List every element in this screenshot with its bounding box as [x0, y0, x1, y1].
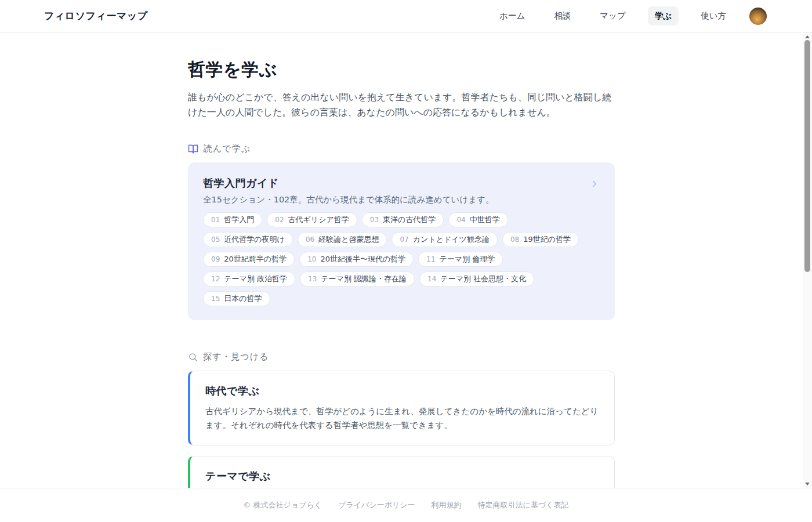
chip-number: 14 — [427, 275, 436, 283]
chip-label: 哲学入門 — [224, 215, 254, 225]
nav-item[interactable]: 相談 — [547, 6, 578, 26]
arrow-up-icon — [805, 35, 810, 38]
guide-chapter-chip[interactable]: 01 哲学入門 — [203, 212, 262, 227]
guide-subtitle: 全15セクション・102章。古代から現代まで体系的に読み進めていけます。 — [203, 194, 600, 205]
guide-card[interactable]: 哲学入門ガイド 全15セクション・102章。古代から現代まで体系的に読み進めてい… — [188, 162, 615, 320]
footer-link[interactable]: プライバシーポリシー — [338, 500, 415, 510]
section-explore: 探す・見つける — [188, 351, 615, 362]
chip-label: テーマ別 政治哲学 — [224, 274, 287, 284]
chip-number: 11 — [426, 255, 435, 263]
page-title: 哲学を学ぶ — [188, 58, 615, 82]
main-scroll-area: 哲学を学ぶ 誰もが心のどこかで、答えの出ない問いを抱えて生きています。哲学者たち… — [0, 32, 812, 488]
explore-card[interactable]: 時代で学ぶ 古代ギリシアから現代まで、哲学がどのように生まれ、発展してきたのかを… — [188, 371, 615, 445]
nav-item[interactable]: マップ — [593, 6, 633, 26]
footer: © 株式会社ジョブらく プライバシーポリシー利用規約特定商取引法に基づく表記 — [0, 488, 812, 522]
footer-link[interactable]: 利用規約 — [432, 500, 462, 510]
guide-chapter-chip[interactable]: 05 近代哲学の夜明け — [203, 232, 293, 247]
chevron-right-icon — [589, 179, 600, 191]
nav-item[interactable]: ホーム — [492, 6, 532, 26]
chip-label: テーマ別 倫理学 — [440, 254, 495, 264]
chip-label: 19世紀の哲学 — [523, 234, 571, 245]
chip-label: 東洋の古代哲学 — [383, 215, 436, 225]
nav-item[interactable]: 使い方 — [694, 6, 733, 26]
chip-number: 12 — [211, 275, 220, 283]
chip-number: 15 — [211, 295, 220, 303]
site-logo[interactable]: フィロソフィーマップ — [44, 9, 148, 23]
chip-label: 日本の哲学 — [224, 293, 262, 304]
footer-link[interactable]: 特定商取引法に基づく表記 — [478, 500, 569, 510]
chip-label: 経験論と啓蒙思想 — [318, 234, 379, 245]
chip-number: 07 — [400, 235, 408, 244]
guide-chapter-chip[interactable]: 06 経験論と啓蒙思想 — [298, 232, 387, 247]
chip-label: 古代ギリシア哲学 — [288, 215, 349, 225]
scrollbar-up-button[interactable] — [803, 32, 812, 41]
guide-chapter-chip[interactable]: 09 20世紀前半の哲学 — [203, 252, 295, 267]
chip-number: 13 — [308, 275, 317, 283]
chip-number: 04 — [456, 216, 465, 224]
arrow-down-icon — [805, 483, 810, 485]
chip-label: 20世紀前半の哲学 — [224, 254, 287, 264]
main-nav: ホーム相談マップ学ぶ使い方 — [492, 6, 767, 26]
open-book-icon — [188, 144, 198, 154]
guide-chapter-chip[interactable]: 12 テーマ別 政治哲学 — [203, 271, 295, 287]
guide-chapter-chip[interactable]: 11 テーマ別 倫理学 — [418, 252, 503, 267]
scrollbar-thumb[interactable] — [804, 40, 810, 272]
chip-number: 10 — [307, 255, 316, 263]
guide-chapter-chip[interactable]: 10 20世紀後半〜現代の哲学 — [299, 252, 414, 267]
guide-chapter-chip[interactable]: 08 19世紀の哲学 — [502, 232, 579, 247]
chip-number: 06 — [306, 235, 314, 244]
section-explore-label: 探す・見つける — [203, 351, 269, 362]
guide-title: 哲学入門ガイド — [203, 176, 600, 190]
chip-number: 09 — [211, 255, 220, 263]
copyright: © 株式会社ジョブらく — [243, 500, 322, 510]
chip-label: テーマ別 社会思想・文化 — [440, 274, 526, 284]
main-content: 哲学を学ぶ 誰もが心のどこかで、答えの出ない問いを抱えて生きています。哲学者たち… — [188, 32, 615, 488]
chip-number: 03 — [370, 216, 379, 224]
chip-number: 02 — [275, 216, 284, 224]
explore-card[interactable]: テーマで学ぶ 倫理学・政治哲学・認識論・社会思想など、哲学の主要なテーマごとに関… — [188, 456, 615, 488]
chip-label: 中世哲学 — [470, 215, 500, 225]
chip-label: カントとドイツ観念論 — [413, 234, 490, 245]
explore-card-title: テーマで学ぶ — [205, 469, 599, 483]
guide-chapter-chip[interactable]: 13 テーマ別 認識論・存在論 — [300, 271, 415, 287]
scrollbar-down-button[interactable] — [803, 480, 812, 488]
explore-cards: 時代で学ぶ 古代ギリシアから現代まで、哲学がどのように生まれ、発展してきたのかを… — [188, 371, 615, 488]
guide-chapter-chip[interactable]: 15 日本の哲学 — [203, 291, 270, 306]
section-read: 読んで学ぶ — [188, 143, 615, 154]
explore-card-title: 時代で学ぶ — [205, 384, 599, 398]
scrollbar — [803, 32, 812, 488]
guide-chapter-chip[interactable]: 14 テーマ別 社会思想・文化 — [419, 271, 534, 287]
chip-label: 近代哲学の夜明け — [224, 234, 285, 245]
explore-card-desc: 古代ギリシアから現代まで、哲学がどのように生まれ、発展してきたのかを時代の流れに… — [205, 404, 599, 432]
chip-number: 05 — [211, 235, 220, 244]
page-intro: 誰もが心のどこかで、答えの出ない問いを抱えて生きています。哲学者たちも、同じ問い… — [188, 90, 615, 120]
chip-label: テーマ別 認識論・存在論 — [321, 274, 407, 284]
chip-number: 01 — [211, 216, 220, 224]
user-avatar[interactable] — [749, 8, 767, 25]
chip-label: 20世紀後半〜現代の哲学 — [320, 254, 405, 264]
guide-chapter-chip[interactable]: 03 東洋の古代哲学 — [362, 212, 444, 227]
guide-chapter-chip[interactable]: 04 中世哲学 — [448, 212, 507, 227]
nav-item[interactable]: 学ぶ — [648, 6, 679, 26]
guide-chapter-chip[interactable]: 07 カントとドイツ観念論 — [392, 232, 497, 247]
header: フィロソフィーマップ ホーム相談マップ学ぶ使い方 — [0, 0, 812, 32]
chip-number: 08 — [510, 235, 519, 244]
guide-chapter-chips: 01 哲学入門 02 古代ギリシア哲学 03 東洋の古代哲学 04 中世哲学 0… — [203, 212, 600, 306]
search-icon — [188, 352, 198, 362]
guide-chapter-chip[interactable]: 02 古代ギリシア哲学 — [267, 212, 357, 227]
section-read-label: 読んで学ぶ — [204, 143, 251, 154]
